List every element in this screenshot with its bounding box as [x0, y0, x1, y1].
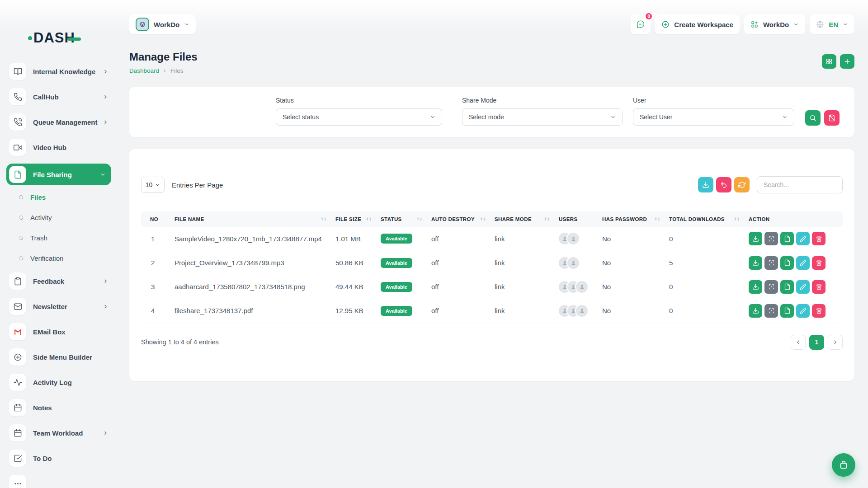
page-1-button[interactable]: 1	[809, 335, 824, 350]
sidebar-item-side-menu-builder[interactable]: Side Menu Builder	[9, 348, 108, 366]
sidebar-item-to-do[interactable]: To Do	[9, 449, 108, 467]
sidebar-subitem-activity[interactable]: Activity	[9, 211, 108, 224]
add-file-button[interactable]	[840, 54, 854, 69]
scan-action-button[interactable]	[764, 232, 778, 245]
book-icon	[14, 67, 22, 76]
download-action-button[interactable]	[749, 280, 762, 294]
undo-button[interactable]	[716, 177, 731, 192]
title-row: Manage Files Dashboard Files	[129, 51, 854, 74]
sort-icon[interactable]: ↑↓	[654, 217, 660, 221]
auto-destroy: off	[427, 299, 490, 323]
apply-filter-button[interactable]	[805, 110, 821, 126]
next-page-button[interactable]	[828, 335, 843, 350]
download-action-button[interactable]	[749, 256, 762, 270]
language-dropdown[interactable]: EN	[810, 14, 854, 34]
user-filter-select[interactable]: Select User	[633, 108, 794, 126]
file-icon	[784, 283, 791, 290]
delete-action-button[interactable]	[812, 232, 826, 245]
sidebar-item-more[interactable]	[9, 474, 108, 488]
sort-icon[interactable]: ↑↓	[544, 217, 550, 221]
share-mode-filter-select[interactable]: Select mode	[462, 108, 623, 126]
main-content: WorkDo 0 Create Workspace WorkDo EN	[116, 0, 868, 488]
delete-action-button[interactable]	[812, 280, 826, 294]
refresh-button[interactable]	[734, 177, 750, 192]
sidebar-item-notes[interactable]: Notes	[9, 399, 108, 417]
status-filter-select[interactable]: Select status	[276, 108, 442, 126]
topbar: WorkDo 0 Create Workspace WorkDo EN	[129, 14, 854, 34]
messenger-button[interactable]: 0	[631, 14, 651, 34]
entries-per-page-select[interactable]: 10	[141, 177, 165, 193]
sidebar-subitem-trash[interactable]: Trash	[9, 231, 108, 244]
file-action-button[interactable]	[780, 280, 794, 294]
column-header-total-downloads[interactable]: TOTAL DOWNLOADS↑↓	[665, 211, 744, 227]
column-header-status[interactable]: STATUS↑↓	[376, 211, 427, 227]
breadcrumb-dashboard-link[interactable]: Dashboard	[129, 67, 159, 74]
column-header-file-size[interactable]: FILE SIZE↑↓	[331, 211, 376, 227]
edit-action-button[interactable]	[796, 232, 810, 245]
workspace-dropdown-label: WorkDo	[763, 21, 789, 28]
sort-icon[interactable]: ↑↓	[366, 217, 372, 221]
column-header-has-password[interactable]: HAS PASSWORD↑↓	[598, 211, 665, 227]
sidebar-subitem-verification[interactable]: Verification	[9, 252, 108, 264]
column-header-share-mode[interactable]: SHARE MODE↑↓	[490, 211, 554, 227]
scan-action-button[interactable]	[764, 256, 778, 270]
sidebar-item-file-sharing[interactable]: File Sharing	[6, 164, 111, 185]
person-icon	[579, 307, 585, 314]
logo[interactable]: DASH	[28, 30, 108, 46]
sort-icon[interactable]: ↑↓	[416, 217, 422, 221]
table-search-input[interactable]	[757, 176, 843, 193]
reset-filter-button[interactable]	[824, 110, 840, 126]
edit-action-button[interactable]	[796, 280, 810, 294]
scan-action-button[interactable]	[764, 280, 778, 294]
file-action-button[interactable]	[780, 256, 794, 270]
sidebar-item-callhub[interactable]: CallHub	[9, 88, 108, 106]
create-workspace-label: Create Workspace	[674, 21, 733, 28]
download-action-button[interactable]	[749, 304, 762, 318]
total-downloads: 0	[665, 227, 744, 251]
sidebar-item-newsletter[interactable]: Newsletter	[9, 297, 108, 315]
auto-destroy: off	[427, 275, 490, 299]
download-action-button[interactable]	[749, 232, 762, 245]
column-header-auto-destroy[interactable]: AUTO DESTROY↑↓	[427, 211, 490, 227]
export-button[interactable]	[698, 177, 713, 192]
gmail-icon-box	[9, 323, 26, 340]
sort-icon[interactable]: ↑↓	[734, 217, 740, 221]
scan-action-button[interactable]	[764, 304, 778, 318]
chevron-down-icon	[100, 172, 106, 178]
mail-icon	[14, 302, 22, 311]
chevron-right-icon	[162, 68, 167, 73]
sidebar-item-queue-management[interactable]: Queue Management	[9, 113, 108, 131]
sort-icon[interactable]: ↑↓	[321, 217, 326, 221]
user-avatar	[576, 281, 588, 293]
edit-action-button[interactable]	[796, 256, 810, 270]
grid-view-button[interactable]	[822, 54, 836, 69]
chevron-down-icon	[843, 22, 848, 27]
gmail-icon	[14, 328, 22, 336]
workspace-switcher[interactable]: WorkDo	[129, 14, 196, 34]
sidebar-item-feedback[interactable]: Feedback	[9, 272, 108, 290]
user-avatar	[576, 305, 588, 317]
action-cell	[744, 275, 843, 299]
has-password: No	[598, 251, 665, 275]
sidebar-subitem-files[interactable]: Files	[9, 191, 108, 203]
delete-action-button[interactable]	[812, 304, 826, 318]
previous-page-button[interactable]	[791, 335, 806, 350]
column-header-file-name[interactable]: FILE NAME↑↓	[170, 211, 331, 227]
globe-icon	[816, 20, 824, 28]
sort-icon[interactable]: ↑↓	[480, 217, 486, 221]
addon-store-button[interactable]	[832, 453, 855, 477]
sidebar-item-video-hub[interactable]: Video Hub	[9, 138, 108, 156]
edit-action-button[interactable]	[796, 304, 810, 318]
delete-action-button[interactable]	[812, 256, 826, 270]
workspace-dropdown[interactable]: WorkDo	[744, 14, 805, 34]
create-workspace-button[interactable]: Create Workspace	[655, 14, 740, 34]
sidebar-item-activity-log[interactable]: Activity Log	[9, 373, 108, 391]
file-action-button[interactable]	[780, 232, 794, 245]
file-action-button[interactable]	[780, 304, 794, 318]
action-cell	[744, 299, 843, 323]
bullet-icon	[18, 194, 24, 200]
workspace-name: WorkDo	[154, 21, 179, 28]
sidebar-item-team-workload[interactable]: Team Workload	[9, 424, 108, 442]
sidebar-item-internal-knowledge[interactable]: Internal Knowledge	[9, 62, 108, 80]
sidebar-item-email-box[interactable]: EMail Box	[9, 323, 108, 341]
